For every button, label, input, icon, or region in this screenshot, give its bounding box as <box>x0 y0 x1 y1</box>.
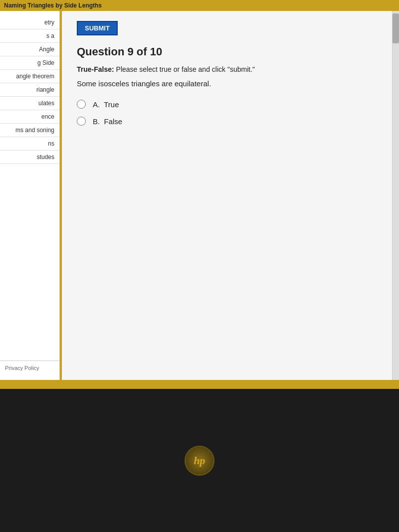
top-bar-title: Naming Triangles by Side Lengths <box>4 2 102 9</box>
sidebar-footer: Privacy Policy <box>0 360 59 375</box>
privacy-policy-link[interactable]: Privacy Policy <box>5 365 39 371</box>
question-title: Question 9 of 10 <box>77 45 384 58</box>
sidebar-item-evidence[interactable]: ence <box>0 110 59 124</box>
option-b-label: B. False <box>93 117 122 126</box>
sidebar-item-angle[interactable]: Angle <box>0 43 59 56</box>
sidebar: etry s a Angle g Side angle theorem rian… <box>0 11 60 380</box>
instruction-label: True-False: <box>77 65 114 73</box>
sidebar-item-side[interactable]: g Side <box>0 56 59 70</box>
laptop-bezel: hp <box>0 389 399 532</box>
sidebar-item-studies[interactable]: studes <box>0 151 59 164</box>
content-area: SUBMIT Question 9 of 10 True-False: Plea… <box>60 11 399 380</box>
question-instruction: True-False: Please select true or false … <box>77 65 384 73</box>
sidebar-item-triangle[interactable]: riangle <box>0 83 59 97</box>
submit-button[interactable]: SUBMIT <box>77 21 118 35</box>
screen: Naming Triangles by Side Lengths etry s … <box>0 0 399 389</box>
radio-option-a[interactable] <box>77 100 86 109</box>
radio-option-b[interactable] <box>77 117 86 126</box>
sidebar-item-angle-theorem[interactable]: angle theorem <box>0 70 59 83</box>
question-body: Some isosceles triangles are equilateral… <box>77 79 384 88</box>
laptop-bottom: hp <box>0 389 399 532</box>
sidebar-item-reasoning[interactable]: ms and soning <box>0 124 59 137</box>
hp-logo: hp <box>185 446 214 476</box>
instruction-rest: Please select true or false and click "s… <box>114 65 255 73</box>
sidebar-item-ns[interactable]: ns <box>0 137 59 151</box>
sidebar-item-calculates[interactable]: ulates <box>0 97 59 110</box>
scrollbar[interactable] <box>392 11 399 380</box>
top-bar: Naming Triangles by Side Lengths <box>0 0 399 11</box>
sidebar-item-sa[interactable]: s a <box>0 29 59 43</box>
scroll-thumb[interactable] <box>393 13 399 43</box>
option-a-label: A. True <box>93 100 119 109</box>
main-area: etry s a Angle g Side angle theorem rian… <box>0 11 399 380</box>
answer-option-a[interactable]: A. True <box>77 100 384 109</box>
sidebar-item-geometry[interactable]: etry <box>0 16 59 29</box>
bottom-bar <box>0 380 399 389</box>
answer-option-b[interactable]: B. False <box>77 117 384 126</box>
